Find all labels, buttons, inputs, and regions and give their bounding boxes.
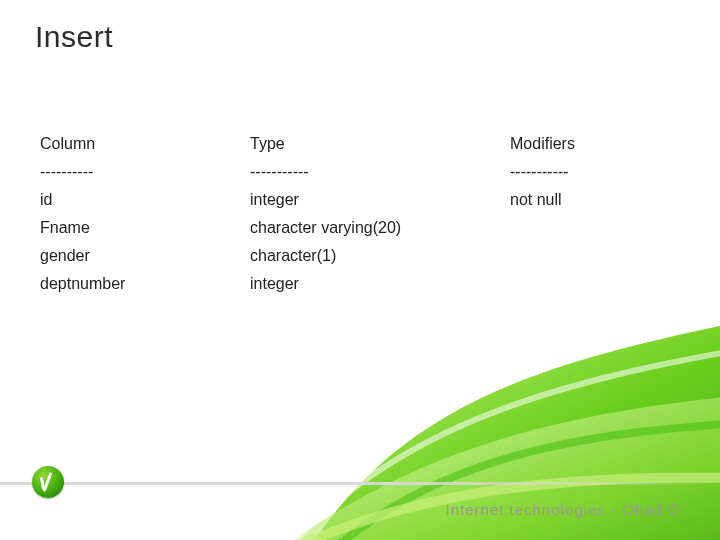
divider-modifiers: ----------- [510,158,670,186]
cell-column: id [40,186,250,214]
header-modifiers: Modifiers [510,130,670,158]
table-row: id integer not null [40,186,670,214]
table-row: gender character(1) [40,242,670,270]
divider-column: ---------- [40,158,250,186]
footer-divider [0,482,720,485]
cell-column: gender [40,242,250,270]
schema-header: Column Type Modifiers [40,130,670,158]
schema-divider: ---------- ----------- ----------- [40,158,670,186]
cell-modifiers [510,214,670,242]
table-row: Fname character varying(20) [40,214,670,242]
table-row: deptnumber integer [40,270,670,298]
cell-column: deptnumber [40,270,250,298]
cell-modifiers [510,270,670,298]
schema-table: Column Type Modifiers ---------- -------… [40,130,670,298]
footer-text: Internet technologies - Ohad © [445,501,680,518]
slide-title: Insert [35,20,113,54]
cell-type: character(1) [250,242,510,270]
header-type: Type [250,130,510,158]
cell-modifiers: not null [510,186,670,214]
logo-icon [32,466,64,498]
divider-type: ----------- [250,158,510,186]
cell-modifiers [510,242,670,270]
cell-column: Fname [40,214,250,242]
cell-type: integer [250,270,510,298]
cell-type: integer [250,186,510,214]
header-column: Column [40,130,250,158]
cell-type: character varying(20) [250,214,510,242]
